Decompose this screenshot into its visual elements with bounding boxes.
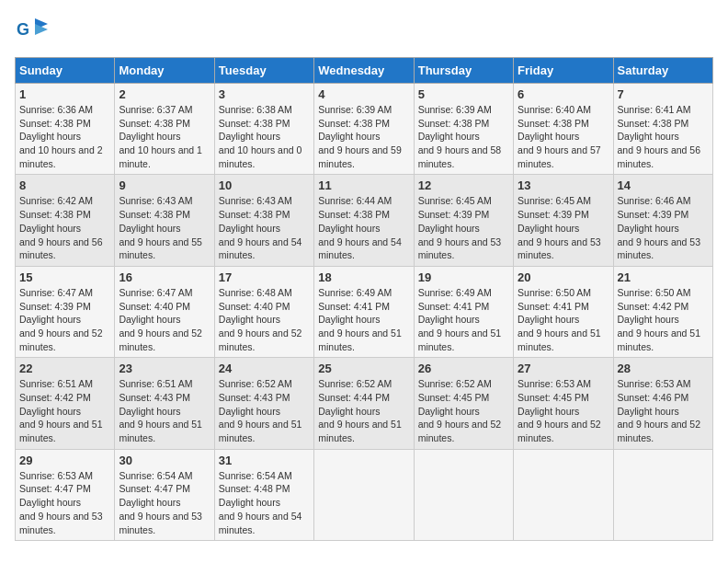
- day-info: Sunrise: 6:49 AM Sunset: 4:41 PM Dayligh…: [318, 286, 409, 353]
- calendar-cell: 16 Sunrise: 6:47 AM Sunset: 4:40 PM Dayl…: [115, 266, 214, 357]
- day-number: 5: [418, 87, 509, 101]
- day-info: Sunrise: 6:53 AM Sunset: 4:45 PM Dayligh…: [518, 377, 609, 444]
- day-info: Sunrise: 6:51 AM Sunset: 4:43 PM Dayligh…: [119, 377, 210, 444]
- calendar-cell: 26 Sunrise: 6:52 AM Sunset: 4:45 PM Dayl…: [414, 358, 513, 449]
- day-info: Sunrise: 6:51 AM Sunset: 4:42 PM Dayligh…: [19, 377, 110, 444]
- day-info: Sunrise: 6:50 AM Sunset: 4:41 PM Dayligh…: [518, 286, 609, 353]
- day-number: 19: [418, 270, 509, 284]
- day-info: Sunrise: 6:52 AM Sunset: 4:44 PM Dayligh…: [318, 377, 409, 444]
- calendar-week-1: 1 Sunrise: 6:36 AM Sunset: 4:38 PM Dayli…: [16, 84, 713, 175]
- day-info: Sunrise: 6:53 AM Sunset: 4:46 PM Dayligh…: [618, 377, 709, 444]
- page-header: G: [15, 15, 713, 48]
- day-info: Sunrise: 6:39 AM Sunset: 4:38 PM Dayligh…: [418, 103, 509, 170]
- day-number: 26: [418, 362, 509, 375]
- calendar-cell: 27 Sunrise: 6:53 AM Sunset: 4:45 PM Dayl…: [514, 358, 613, 449]
- day-number: 3: [219, 87, 310, 101]
- day-number: 27: [518, 362, 609, 375]
- calendar-cell: 15 Sunrise: 6:47 AM Sunset: 4:39 PM Dayl…: [16, 266, 115, 357]
- calendar-cell: 7 Sunrise: 6:41 AM Sunset: 4:38 PM Dayli…: [613, 84, 712, 175]
- day-number: 7: [618, 87, 709, 101]
- day-info: Sunrise: 6:52 AM Sunset: 4:45 PM Dayligh…: [418, 377, 509, 444]
- day-number: 20: [518, 270, 609, 284]
- column-header-friday: Friday: [514, 58, 613, 84]
- day-number: 24: [219, 362, 310, 375]
- day-info: Sunrise: 6:44 AM Sunset: 4:38 PM Dayligh…: [318, 194, 409, 261]
- calendar-cell: 31 Sunrise: 6:54 AM Sunset: 4:48 PM Dayl…: [214, 449, 313, 540]
- column-header-wednesday: Wednesday: [314, 58, 414, 84]
- day-info: Sunrise: 6:54 AM Sunset: 4:48 PM Dayligh…: [219, 469, 310, 536]
- calendar-cell: 4 Sunrise: 6:39 AM Sunset: 4:38 PM Dayli…: [314, 84, 414, 175]
- day-number: 11: [318, 178, 409, 192]
- day-number: 10: [219, 178, 310, 192]
- day-info: Sunrise: 6:45 AM Sunset: 4:39 PM Dayligh…: [518, 194, 609, 261]
- calendar-cell: 1 Sunrise: 6:36 AM Sunset: 4:38 PM Dayli…: [16, 84, 115, 175]
- calendar-week-5: 29 Sunrise: 6:53 AM Sunset: 4:47 PM Dayl…: [16, 449, 713, 540]
- calendar-cell: 12 Sunrise: 6:45 AM Sunset: 4:39 PM Dayl…: [414, 175, 513, 266]
- calendar-cell: 8 Sunrise: 6:42 AM Sunset: 4:38 PM Dayli…: [16, 175, 115, 266]
- day-info: Sunrise: 6:46 AM Sunset: 4:39 PM Dayligh…: [618, 194, 709, 261]
- day-number: 25: [318, 362, 409, 375]
- column-header-sunday: Sunday: [16, 58, 115, 84]
- calendar-cell: 9 Sunrise: 6:43 AM Sunset: 4:38 PM Dayli…: [115, 175, 214, 266]
- column-header-thursday: Thursday: [414, 58, 513, 84]
- logo-icon: G: [15, 15, 48, 48]
- day-number: 30: [119, 454, 210, 467]
- day-info: Sunrise: 6:37 AM Sunset: 4:38 PM Dayligh…: [119, 103, 210, 170]
- day-number: 4: [318, 87, 409, 101]
- day-number: 18: [318, 270, 409, 284]
- day-info: Sunrise: 6:42 AM Sunset: 4:38 PM Dayligh…: [19, 194, 110, 261]
- calendar-cell: 2 Sunrise: 6:37 AM Sunset: 4:38 PM Dayli…: [115, 84, 214, 175]
- calendar-cell: 21 Sunrise: 6:50 AM Sunset: 4:42 PM Dayl…: [613, 266, 712, 357]
- day-number: 12: [418, 178, 509, 192]
- calendar-cell: 22 Sunrise: 6:51 AM Sunset: 4:42 PM Dayl…: [16, 358, 115, 449]
- calendar-table: SundayMondayTuesdayWednesdayThursdayFrid…: [15, 57, 713, 541]
- day-number: 8: [19, 178, 110, 192]
- column-header-saturday: Saturday: [613, 58, 712, 84]
- calendar-week-3: 15 Sunrise: 6:47 AM Sunset: 4:39 PM Dayl…: [16, 266, 713, 357]
- calendar-week-4: 22 Sunrise: 6:51 AM Sunset: 4:42 PM Dayl…: [16, 358, 713, 449]
- calendar-week-2: 8 Sunrise: 6:42 AM Sunset: 4:38 PM Dayli…: [16, 175, 713, 266]
- logo: G: [15, 15, 51, 48]
- calendar-cell: 18 Sunrise: 6:49 AM Sunset: 4:41 PM Dayl…: [314, 266, 414, 357]
- day-info: Sunrise: 6:38 AM Sunset: 4:38 PM Dayligh…: [219, 103, 310, 170]
- day-info: Sunrise: 6:40 AM Sunset: 4:38 PM Dayligh…: [518, 103, 609, 170]
- day-number: 29: [19, 454, 110, 467]
- day-number: 16: [119, 270, 210, 284]
- day-info: Sunrise: 6:43 AM Sunset: 4:38 PM Dayligh…: [119, 194, 210, 261]
- calendar-cell: 25 Sunrise: 6:52 AM Sunset: 4:44 PM Dayl…: [314, 358, 414, 449]
- day-number: 13: [518, 178, 609, 192]
- calendar-cell: 14 Sunrise: 6:46 AM Sunset: 4:39 PM Dayl…: [613, 175, 712, 266]
- calendar-cell: 3 Sunrise: 6:38 AM Sunset: 4:38 PM Dayli…: [214, 84, 313, 175]
- day-number: 14: [618, 178, 709, 192]
- day-info: Sunrise: 6:49 AM Sunset: 4:41 PM Dayligh…: [418, 286, 509, 353]
- calendar-cell: 17 Sunrise: 6:48 AM Sunset: 4:40 PM Dayl…: [214, 266, 313, 357]
- svg-text:G: G: [17, 20, 29, 39]
- calendar-cell: 29 Sunrise: 6:53 AM Sunset: 4:47 PM Dayl…: [16, 449, 115, 540]
- day-info: Sunrise: 6:54 AM Sunset: 4:47 PM Dayligh…: [119, 469, 210, 536]
- day-number: 22: [19, 362, 110, 375]
- day-number: 2: [119, 87, 210, 101]
- calendar-cell: 28 Sunrise: 6:53 AM Sunset: 4:46 PM Dayl…: [613, 358, 712, 449]
- column-header-monday: Monday: [115, 58, 214, 84]
- day-info: Sunrise: 6:53 AM Sunset: 4:47 PM Dayligh…: [19, 469, 110, 536]
- day-info: Sunrise: 6:45 AM Sunset: 4:39 PM Dayligh…: [418, 194, 509, 261]
- calendar-cell: 23 Sunrise: 6:51 AM Sunset: 4:43 PM Dayl…: [115, 358, 214, 449]
- calendar-cell: [414, 449, 513, 540]
- day-number: 23: [119, 362, 210, 375]
- day-info: Sunrise: 6:48 AM Sunset: 4:40 PM Dayligh…: [219, 286, 310, 353]
- calendar-cell: 13 Sunrise: 6:45 AM Sunset: 4:39 PM Dayl…: [514, 175, 613, 266]
- column-header-tuesday: Tuesday: [214, 58, 313, 84]
- day-info: Sunrise: 6:47 AM Sunset: 4:40 PM Dayligh…: [119, 286, 210, 353]
- calendar-cell: 30 Sunrise: 6:54 AM Sunset: 4:47 PM Dayl…: [115, 449, 214, 540]
- day-number: 15: [19, 270, 110, 284]
- calendar-cell: [514, 449, 613, 540]
- day-info: Sunrise: 6:52 AM Sunset: 4:43 PM Dayligh…: [219, 377, 310, 444]
- day-info: Sunrise: 6:39 AM Sunset: 4:38 PM Dayligh…: [318, 103, 409, 170]
- day-info: Sunrise: 6:36 AM Sunset: 4:38 PM Dayligh…: [19, 103, 110, 170]
- day-number: 17: [219, 270, 310, 284]
- day-number: 9: [119, 178, 210, 192]
- day-info: Sunrise: 6:50 AM Sunset: 4:42 PM Dayligh…: [618, 286, 709, 353]
- day-number: 28: [618, 362, 709, 375]
- day-number: 1: [19, 87, 110, 101]
- calendar-cell: [613, 449, 712, 540]
